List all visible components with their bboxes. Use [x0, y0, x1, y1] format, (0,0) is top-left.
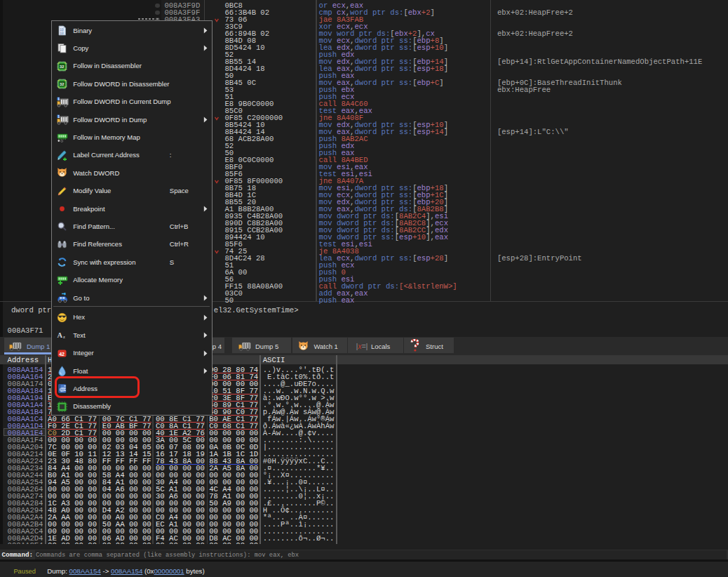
svg-text:42: 42	[59, 351, 65, 356]
svg-text:1: 1	[58, 97, 60, 100]
svg-text:A: A	[58, 331, 63, 339]
svg-text:1: 1	[58, 115, 60, 119]
svg-text:10: 10	[60, 32, 64, 35]
svg-text:32: 32	[60, 64, 64, 68]
svg-text:32: 32	[60, 82, 64, 86]
svg-text:z: z	[63, 334, 65, 339]
